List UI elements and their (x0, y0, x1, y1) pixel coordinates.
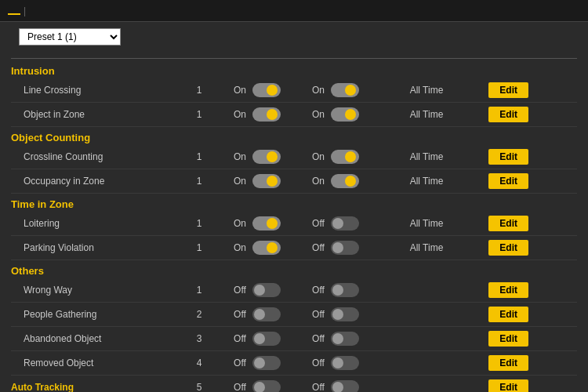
row-name: Object in Zone (11, 109, 168, 120)
toggle-switch[interactable] (331, 380, 359, 392)
row-name: Parking Violation (11, 242, 168, 253)
showzone-cell: Off (309, 307, 387, 321)
toggle-switch[interactable] (331, 332, 359, 346)
preset-dropdown[interactable]: Preset 1 (1) Preset 2 Preset 3 (19, 28, 121, 45)
showzone-cell: Off (309, 216, 387, 230)
toggle-switch[interactable] (331, 150, 359, 164)
table-row: Abandoned Object3OffOffEdit (11, 327, 577, 351)
row-category: 1 (168, 285, 230, 296)
toggle-switch[interactable] (252, 380, 281, 392)
toggle-switch[interactable] (331, 107, 359, 122)
showzone-cell: On (309, 107, 387, 122)
edit-cell: Edit (466, 173, 528, 189)
row-category: 1 (168, 109, 230, 120)
toggle-switch[interactable] (252, 283, 281, 297)
edit-cell: Edit (466, 107, 528, 122)
scheduling-cell: All Time (387, 109, 466, 120)
showzone-label: On (309, 109, 328, 120)
tab-system-analytics[interactable] (29, 8, 42, 14)
edit-cell: Edit (466, 307, 528, 322)
enable-cell: Off (230, 283, 309, 297)
enable-cell: On (230, 216, 309, 230)
edit-button[interactable]: Edit (488, 331, 528, 347)
toggle-switch[interactable] (331, 241, 359, 255)
toggle-switch[interactable] (252, 241, 281, 255)
toggle-switch[interactable] (331, 283, 359, 297)
showzone-label: Off (309, 382, 328, 392)
row-name: Wrong Way (11, 285, 168, 296)
enable-label: Off (230, 285, 249, 296)
scheduling-cell: All Time (387, 176, 466, 187)
showzone-cell: Off (309, 283, 387, 297)
edit-button[interactable]: Edit (488, 107, 528, 122)
showzone-cell: Off (309, 356, 387, 370)
toggle-switch[interactable] (252, 174, 281, 188)
showzone-cell: On (309, 83, 387, 97)
enable-cell: On (230, 150, 309, 164)
row-name: Abandoned Object (11, 333, 168, 344)
edit-button[interactable]: Edit (488, 282, 528, 298)
edit-button[interactable]: Edit (488, 216, 528, 231)
toggle-switch[interactable] (331, 83, 359, 97)
row-category: 1 (168, 85, 230, 96)
edit-button[interactable]: Edit (488, 240, 528, 256)
showzone-label: Off (309, 309, 328, 320)
table-row: Crossline Counting1OnOnAll TimeEdit (11, 145, 577, 169)
showzone-cell: Off (309, 332, 387, 346)
table-row: Removed Object4OffOffEdit (11, 351, 577, 376)
toggle-switch[interactable] (252, 83, 281, 97)
row-category: 1 (168, 242, 230, 253)
preset-header-row: Preset 1 (1) Preset 2 Preset 3 (11, 28, 577, 45)
edit-button[interactable]: Edit (488, 355, 528, 371)
toggle-switch[interactable] (252, 216, 281, 230)
edit-button[interactable]: Edit (488, 82, 528, 98)
toggle-switch[interactable] (331, 174, 359, 188)
enable-label: On (230, 85, 249, 96)
toggle-switch[interactable] (331, 307, 359, 321)
enable-cell: On (230, 174, 309, 188)
toggle-switch[interactable] (331, 356, 359, 370)
enable-label: On (230, 109, 249, 120)
row-name: Removed Object (11, 358, 168, 368)
edit-cell: Edit (466, 149, 528, 165)
content-area: Preset 1 (1) Preset 2 Preset 3 Intrusion… (0, 22, 588, 392)
row-name: Line Crossing (11, 85, 168, 96)
toggle-switch[interactable] (252, 150, 281, 164)
toggle-switch[interactable] (252, 307, 281, 321)
section: Object CountingCrossline Counting1OnOnAl… (11, 127, 577, 194)
toggle-switch[interactable] (252, 107, 281, 122)
showzone-label: On (309, 85, 328, 96)
edit-button[interactable]: Edit (488, 379, 528, 392)
showzone-cell: On (309, 174, 387, 188)
showzone-cell: Off (309, 380, 387, 392)
table-row: Parking Violation1OnOffAll TimeEdit (11, 236, 577, 260)
enable-label: On (230, 218, 249, 229)
section-title: Object Counting (11, 127, 577, 145)
table-header (11, 52, 577, 59)
section-title: Others (11, 260, 577, 278)
table-row: Auto Tracking5OffOffEdit (11, 376, 577, 392)
showzone-label: Off (309, 358, 328, 368)
edit-cell: Edit (466, 240, 528, 256)
toggle-switch[interactable] (252, 356, 281, 370)
enable-cell: Off (230, 307, 309, 321)
table-row: Wrong Way1OffOffEdit (11, 278, 577, 303)
row-category: 3 (168, 333, 230, 344)
row-name: Crossline Counting (11, 151, 168, 162)
row-category: 5 (168, 382, 230, 392)
table-body: IntrusionLine Crossing1OnOnAll TimeEditO… (11, 60, 577, 392)
toggle-switch[interactable] (331, 216, 359, 230)
enable-label: Off (230, 309, 249, 320)
edit-button[interactable]: Edit (488, 307, 528, 322)
table-row: Loitering1OnOffAll TimeEdit (11, 212, 577, 236)
showzone-cell: Off (309, 241, 387, 255)
table-row: Line Crossing1OnOnAll TimeEdit (11, 78, 577, 103)
enable-label: Off (230, 333, 249, 344)
tab-video-analytics[interactable] (8, 7, 20, 15)
top-nav: | (0, 0, 588, 22)
toggle-switch[interactable] (252, 332, 281, 346)
section-title: Time in Zone (11, 194, 577, 212)
edit-button[interactable]: Edit (488, 149, 528, 165)
edit-button[interactable]: Edit (488, 173, 528, 189)
edit-cell: Edit (466, 355, 528, 371)
